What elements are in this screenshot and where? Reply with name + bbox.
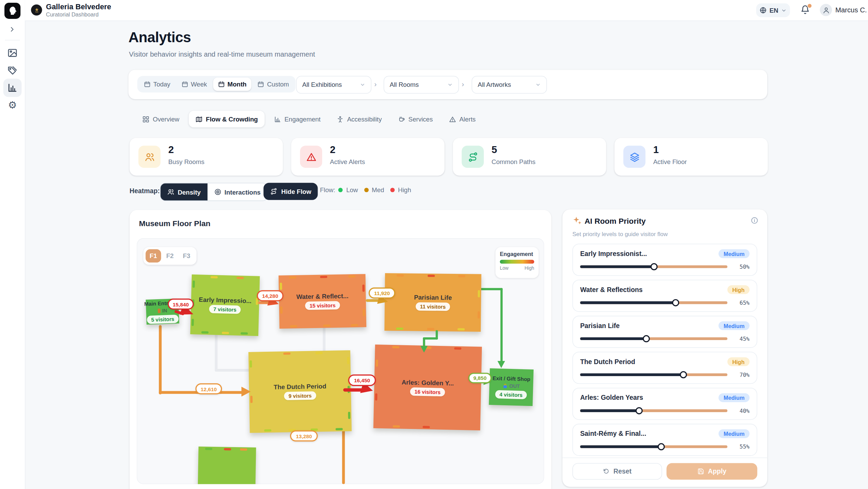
tab-services[interactable]: Services: [391, 111, 440, 127]
flow-badge-9850: 9,850: [468, 373, 492, 383]
visitor-count: 4 visitors: [495, 390, 527, 399]
room-name: Water & Reflect...: [296, 293, 348, 300]
tab-alerts[interactable]: Alerts: [442, 111, 482, 127]
tab-engagement[interactable]: Engagement: [267, 111, 327, 127]
room-early-impressionist[interactable]: Early Impressio... 7 visitors: [190, 275, 260, 336]
priority-card: Parisian Life Medium 45%: [572, 316, 757, 348]
med-flow-dot: [364, 188, 368, 192]
slider-knob[interactable]: [643, 335, 650, 342]
rooms-dropdown[interactable]: All Rooms: [384, 76, 459, 94]
priority-card: Saint-Rémy & Final... Medium 55%: [572, 424, 757, 456]
flow-line: [159, 325, 162, 395]
artwork-tick: [250, 360, 252, 367]
engagement-title: Engagement: [500, 251, 534, 257]
flow-badge-14280: 14,280: [257, 290, 283, 301]
floor-f3-button[interactable]: F3: [179, 249, 194, 263]
priority-slider[interactable]: [580, 409, 727, 412]
range-custom-button[interactable]: Custom: [253, 78, 294, 91]
avatar[interactable]: [820, 4, 832, 16]
dropdown-value: All Rooms: [390, 81, 419, 88]
artwork-tick: [347, 357, 349, 364]
ai-room-priority-panel: AI Room Priority Set priority levels to …: [562, 209, 767, 487]
tab-overview[interactable]: Overview: [135, 111, 186, 127]
priority-level-badge: Medium: [719, 321, 750, 330]
apply-button[interactable]: Apply: [666, 463, 757, 479]
language-selector[interactable]: EN: [756, 3, 790, 17]
visitor-count: 9 visitors: [284, 391, 316, 400]
room-parisian-life[interactable]: Parisian Life 11 visitors: [384, 273, 481, 332]
artwork-tick: [205, 448, 213, 450]
reset-button[interactable]: Reset: [572, 463, 662, 479]
slider-knob[interactable]: [650, 263, 657, 270]
interactions-mode-button[interactable]: Interactions: [207, 183, 267, 200]
priority-card: Water & Reflections High 65%: [572, 280, 757, 312]
priority-slider[interactable]: [580, 265, 727, 268]
room-exit-gift-shop[interactable]: Exit / Gift Shop OUT 4 visitors: [489, 368, 533, 406]
route-icon: [462, 146, 484, 168]
room-name: Early Impressio...: [199, 296, 251, 304]
range-label: Today: [153, 81, 170, 88]
flow-badge-12610: 12,610: [195, 383, 222, 394]
warning-triangle-icon: [300, 146, 322, 168]
priority-level-badge: Medium: [719, 393, 750, 402]
stat-label: Common Paths: [491, 159, 535, 165]
hide-flow-button[interactable]: Hide Flow: [263, 183, 318, 200]
range-week-button[interactable]: Week: [176, 78, 212, 91]
tab-label: Engagement: [284, 116, 320, 122]
info-icon[interactable]: [751, 217, 759, 224]
floor-plan-canvas[interactable]: Main Entrance IN 5 visitors Early Impres…: [137, 238, 544, 484]
sidebar-item-artworks[interactable]: [7, 47, 18, 59]
app-root: ⚙ Galleria Belvedere Curatorial Dashboar…: [0, 0, 868, 489]
artwork-tick: [363, 309, 365, 316]
flow-line: [500, 288, 502, 362]
priority-card: Arles: Golden Years Medium 40%: [572, 388, 757, 420]
artwork-tick: [192, 280, 195, 288]
artwork-tick: [375, 393, 378, 400]
room-arles-golden-years[interactable]: Arles: Golden Y... 16 visitors: [373, 345, 482, 430]
cup-icon: [398, 116, 405, 123]
slider-knob[interactable]: [657, 443, 665, 450]
interactions-label: Interactions: [225, 189, 261, 195]
sidebar-item-settings[interactable]: ⚙: [7, 100, 18, 112]
chart-icon: [274, 116, 281, 123]
heatmap-mode-toggle: Density Interactions: [160, 183, 267, 201]
user-name[interactable]: Marcus C.: [835, 6, 867, 14]
notifications-button[interactable]: [800, 5, 811, 16]
artwork-tick: [237, 277, 244, 279]
priority-slider[interactable]: [580, 337, 727, 340]
room-water-reflections[interactable]: Water & Reflect... 15 visitors: [278, 274, 366, 328]
range-today-button[interactable]: Today: [139, 78, 175, 91]
map-icon: [195, 116, 203, 123]
priority-slider[interactable]: [580, 301, 727, 304]
priority-slider[interactable]: [580, 373, 727, 376]
engagement-legend: Engagement Low High: [496, 247, 539, 278]
floor-f2-button[interactable]: F2: [162, 249, 178, 263]
sidebar-item-analytics[interactable]: [7, 82, 18, 94]
sidebar-item-tags[interactable]: [7, 65, 18, 77]
slider-knob[interactable]: [680, 371, 687, 378]
tab-flow-crowding[interactable]: Flow & Crowding: [189, 111, 264, 127]
slider-knob[interactable]: [635, 407, 643, 414]
room-partial-bottom[interactable]: [198, 446, 256, 484]
priority-card: Early Impressionist... Medium 50%: [572, 244, 757, 276]
range-month-button[interactable]: Month: [213, 78, 251, 91]
tab-accessibility[interactable]: Accessibility: [330, 111, 389, 127]
low-flow-dot: [338, 188, 343, 192]
slider-knob[interactable]: [672, 299, 679, 306]
visitor-count: 7 visitors: [209, 305, 241, 314]
sidebar-expand-button[interactable]: [7, 24, 17, 34]
floor-f1-button[interactable]: F1: [146, 249, 161, 263]
priority-slider[interactable]: [580, 445, 727, 448]
visitor-count: 11 visitors: [416, 302, 450, 311]
room-name: Parisian Life: [414, 294, 452, 301]
room-dutch-period[interactable]: The Dutch Period 9 visitors: [248, 350, 352, 433]
visitor-count: 15 visitors: [305, 301, 340, 310]
artworks-dropdown[interactable]: All Artworks: [472, 76, 547, 94]
calendar-icon: [218, 81, 225, 88]
artwork-tick: [222, 332, 229, 334]
artwork-tick: [396, 327, 403, 330]
app-logo[interactable]: [4, 3, 21, 19]
density-mode-button[interactable]: Density: [160, 183, 207, 200]
exhibitions-dropdown[interactable]: All Exhibitions: [296, 76, 372, 94]
warning-triangle-icon: [449, 116, 456, 123]
